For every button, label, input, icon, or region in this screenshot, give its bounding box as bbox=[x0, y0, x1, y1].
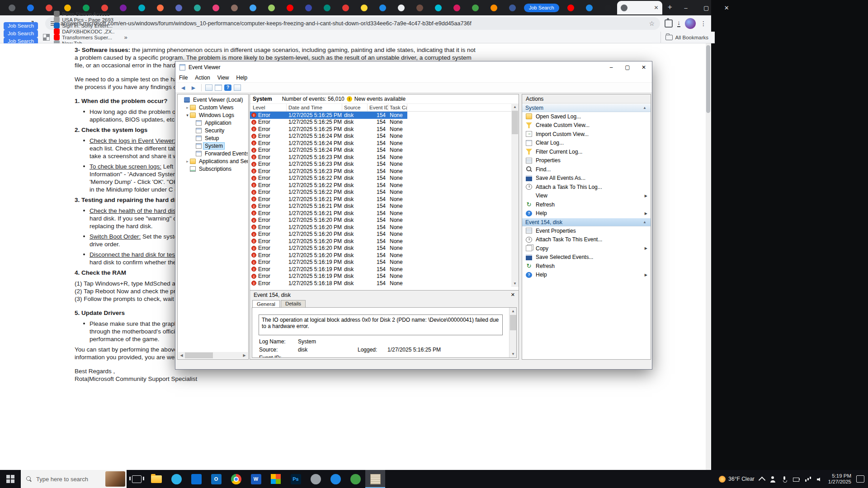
bookmarks-overflow-icon[interactable]: » bbox=[124, 34, 127, 41]
taskbar-app-word[interactable]: W bbox=[246, 470, 266, 488]
event-row[interactable]: !Error1/27/2025 5:16:22 PMdisk154None bbox=[250, 175, 407, 182]
bookmark-chip-job-search-1[interactable]: Job Search bbox=[4, 30, 38, 38]
event-row[interactable]: !Error1/27/2025 5:16:20 PMdisk154None bbox=[250, 231, 407, 238]
network-icon[interactable] bbox=[805, 476, 811, 483]
browser-tab[interactable] bbox=[448, 1, 466, 14]
taskbar-app-outlook[interactable]: O bbox=[206, 470, 226, 488]
column-header-level[interactable]: Level bbox=[250, 104, 287, 111]
bookmark-chip-job-search-0[interactable]: Job Search bbox=[4, 22, 38, 30]
taskbar-app-photoshop[interactable]: Ps bbox=[286, 470, 306, 488]
maximize-icon[interactable]: ▢ bbox=[696, 0, 717, 15]
url-bar[interactable]: answers.microsoft.com/en-us/windows/foru… bbox=[45, 17, 660, 30]
action-save-selected-events[interactable]: Save Selected Events... bbox=[522, 253, 651, 262]
taskbar-app-event-viewer[interactable] bbox=[365, 470, 385, 488]
expander-icon[interactable]: ▾ bbox=[185, 113, 190, 117]
extensions-icon[interactable] bbox=[665, 19, 673, 28]
tab-details[interactable]: Details bbox=[281, 300, 306, 307]
bookmark-transformers-super[interactable]: Transformers Super... bbox=[54, 34, 114, 40]
event-row[interactable]: !Error1/27/2025 5:16:21 PMdisk154None bbox=[250, 210, 407, 217]
close-icon[interactable]: ✕ bbox=[511, 292, 515, 298]
browser-tab[interactable] bbox=[318, 1, 336, 14]
tree-horizontal-scrollbar[interactable]: ◀ ▶ bbox=[178, 352, 248, 359]
taskbar-app-file-explorer[interactable] bbox=[146, 470, 166, 488]
tab-group-label[interactable]: Job Search bbox=[524, 4, 559, 12]
bookmark-usa-pics-page-2693[interactable]: USA Pics - Page 2693 bbox=[54, 17, 114, 23]
bookmark-dapxbhdkodc-zx[interactable]: DAPXBHDKODC ,ZX.. bbox=[54, 28, 114, 34]
new-tab-icon[interactable]: + bbox=[664, 1, 676, 13]
action-attach-a-task-to-this-log[interactable]: Attach a Task To This Log... bbox=[522, 183, 651, 192]
browser-tab[interactable] bbox=[429, 1, 448, 14]
collapse-icon[interactable]: ▲ bbox=[643, 220, 646, 224]
action-help[interactable]: Help▶ bbox=[522, 271, 651, 280]
column-header-task-ca[interactable]: Task Ca... bbox=[388, 104, 407, 111]
event-row[interactable]: !Error1/27/2025 5:16:24 PMdisk154None bbox=[250, 147, 407, 154]
maximize-icon[interactable]: ▢ bbox=[619, 61, 636, 73]
scroll-left-icon[interactable]: ◀ bbox=[178, 352, 185, 359]
bookmark-penn-station-access[interactable]: Penn Station Access bbox=[54, 11, 114, 17]
actions-section-event-154-disk[interactable]: Event 154, disk▲ bbox=[522, 218, 651, 226]
action-create-custom-view[interactable]: Create Custom View... bbox=[522, 121, 651, 130]
microphone-icon[interactable] bbox=[781, 476, 788, 483]
action-clear-log[interactable]: Clear Log... bbox=[522, 139, 651, 148]
browser-tab[interactable] bbox=[188, 1, 207, 14]
event-row[interactable]: !Error1/27/2025 5:16:22 PMdisk154None bbox=[250, 182, 407, 189]
action-filter-current-log[interactable]: Filter Current Log... bbox=[522, 147, 651, 156]
event-row[interactable]: !Error1/27/2025 5:16:20 PMdisk154None bbox=[250, 224, 407, 231]
export-list-icon[interactable] bbox=[215, 84, 222, 91]
action-refresh[interactable]: Refresh bbox=[522, 200, 651, 209]
action-view[interactable]: View▶ bbox=[522, 192, 651, 201]
taskbar-app-photos[interactable] bbox=[266, 470, 286, 488]
browser-tab[interactable] bbox=[355, 1, 373, 14]
task-view-button[interactable] bbox=[127, 470, 146, 488]
taskbar-app-app-blue[interactable] bbox=[326, 470, 345, 488]
taskbar-app-app-gray[interactable] bbox=[306, 470, 326, 488]
browser-tab[interactable] bbox=[132, 1, 151, 14]
page-scrollbar[interactable] bbox=[706, 43, 711, 470]
browser-tab[interactable] bbox=[336, 1, 355, 14]
tree-item-system[interactable]: System bbox=[178, 142, 248, 150]
tree-item-custom-views[interactable]: ▸Custom Views bbox=[178, 103, 248, 111]
action-properties[interactable]: Properties bbox=[522, 156, 651, 165]
properties-icon[interactable] bbox=[234, 84, 241, 91]
browser-tab[interactable] bbox=[225, 1, 244, 14]
scrollbar-thumb[interactable] bbox=[510, 315, 516, 330]
event-row[interactable]: !Error1/27/2025 5:16:20 PMdisk154None bbox=[250, 238, 407, 245]
browser-tab[interactable] bbox=[561, 1, 580, 14]
event-row[interactable]: !Error1/27/2025 5:16:22 PMdisk154None bbox=[250, 189, 407, 196]
menu-icon[interactable]: ⋮ bbox=[700, 20, 707, 27]
event-row[interactable]: !Error1/27/2025 5:16:19 PMdisk154None bbox=[250, 259, 407, 266]
action-help[interactable]: Help▶ bbox=[522, 209, 651, 218]
action-attach-task-to-this-event[interactable]: Attach Task To This Event... bbox=[522, 235, 651, 244]
browser-tab[interactable] bbox=[503, 1, 522, 14]
scroll-up-icon[interactable]: ▲ bbox=[511, 103, 519, 110]
browser-tab[interactable] bbox=[151, 1, 170, 14]
tree-item-event-viewer-local[interactable]: Event Viewer (Local) bbox=[178, 96, 248, 103]
close-icon[interactable]: ✕ bbox=[717, 0, 737, 15]
event-row[interactable]: !Error1/27/2025 5:16:25 PMdisk154None bbox=[250, 112, 407, 119]
column-header-source[interactable]: Source bbox=[342, 104, 368, 111]
action-event-properties[interactable]: Event Properties bbox=[522, 226, 651, 235]
browser-tab[interactable] bbox=[207, 1, 225, 14]
detail-scrollbar[interactable]: ▲ ▼ bbox=[509, 308, 516, 357]
back-icon[interactable]: ◀ bbox=[179, 85, 187, 91]
browser-tab[interactable] bbox=[410, 1, 429, 14]
collapse-icon[interactable]: ▲ bbox=[643, 106, 646, 110]
search-highlight-image[interactable] bbox=[105, 471, 125, 487]
tray-overflow-icon[interactable] bbox=[759, 476, 766, 483]
taskbar-app-chrome[interactable] bbox=[226, 470, 246, 488]
browser-tab[interactable] bbox=[373, 1, 392, 14]
event-row[interactable]: !Error1/27/2025 5:16:24 PMdisk154None bbox=[250, 133, 407, 140]
bookmark-sign-in-sony-entert[interactable]: Sign In: Sony Entert... bbox=[54, 23, 114, 28]
event-row[interactable]: !Error1/27/2025 5:16:19 PMdisk154None bbox=[250, 266, 407, 273]
expander-icon[interactable]: ▸ bbox=[185, 159, 190, 164]
tree-item-security[interactable]: Security bbox=[178, 127, 248, 134]
browser-tab[interactable] bbox=[392, 1, 410, 14]
tree-item-windows-logs[interactable]: ▾Windows Logs bbox=[178, 111, 248, 119]
event-viewer-titlebar[interactable]: Event Viewer – ▢ ✕ bbox=[175, 61, 652, 73]
show-console-tree-icon[interactable] bbox=[205, 84, 212, 91]
tree-item-subscriptions[interactable]: Subscriptions bbox=[178, 165, 248, 173]
action-save-all-events-as[interactable]: Save All Events As... bbox=[522, 174, 651, 183]
event-row[interactable]: !Error1/27/2025 5:16:25 PMdisk154None bbox=[250, 126, 407, 133]
browser-tab[interactable] bbox=[21, 1, 40, 14]
browser-tab[interactable] bbox=[281, 1, 299, 14]
